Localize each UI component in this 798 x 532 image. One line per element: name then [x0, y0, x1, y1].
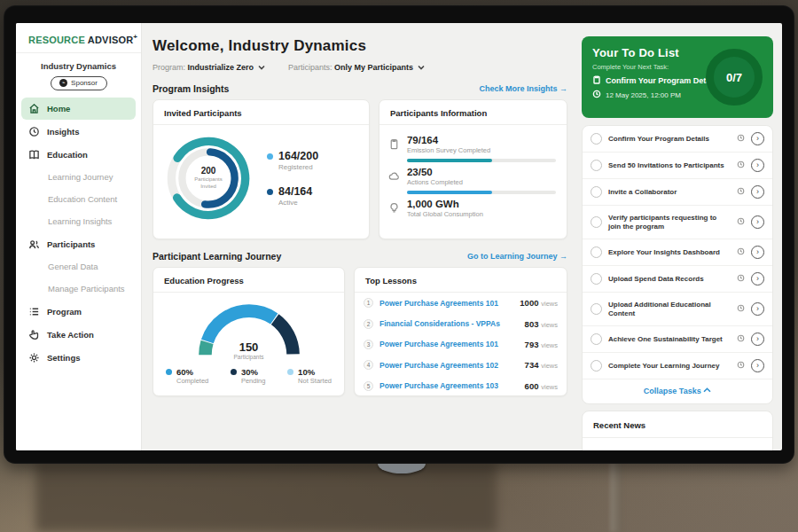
sidebar-item-label: Education Content — [48, 194, 117, 204]
chevron-right-icon[interactable]: › — [751, 302, 764, 316]
sidebar-item-settings[interactable]: Settings — [21, 347, 136, 369]
insights-icon — [28, 126, 40, 137]
sidebar-item-take-action[interactable]: Take Action — [21, 324, 136, 346]
settings-icon — [28, 352, 40, 364]
filter-bar: Program: Industrialize Zero Participants… — [153, 63, 567, 72]
sidebar: RESOURCE ADVISOR+ Industry Dynamics ⌁ Sp… — [16, 23, 142, 450]
education-legend: 60% Completed 30% Pending 10% Not Starte… — [153, 360, 344, 385]
sidebar-item-home[interactable]: Home — [21, 98, 136, 120]
top-lessons-card: Top Lessons 1 Power Purchase Agreements … — [354, 267, 567, 396]
lesson-rank: 3 — [364, 340, 373, 349]
legend-registered: 164/200 Registered — [267, 150, 318, 171]
lesson-rank: 1 — [364, 298, 373, 308]
sidebar-item-learning-journey[interactable]: Learning Journey — [21, 167, 136, 188]
todo-panel: Your To Do List Complete Your Next Task:… — [576, 23, 782, 450]
not-started-dot-icon — [287, 369, 293, 375]
task-checkbox[interactable] — [591, 246, 602, 258]
lesson-row[interactable]: 5 Power Purchase Agreements 103 600 view… — [355, 376, 567, 396]
chevron-right-icon[interactable]: › — [751, 159, 764, 172]
chevron-right-icon[interactable]: › — [751, 185, 764, 199]
lesson-rank: 5 — [364, 381, 373, 391]
lesson-row[interactable]: 1 Power Purchase Agreements 101 1000 vie… — [355, 293, 567, 313]
gauge-center-value: 150 — [192, 340, 306, 354]
task-row-explore-insights[interactable]: Explore Your Insights Dashboard › — [583, 239, 772, 266]
gauge-center-label: Participants — [192, 354, 306, 360]
task-checkbox[interactable] — [591, 333, 602, 345]
task-row-complete-learning-journey[interactable]: Complete Your Learning Journey › — [583, 353, 772, 379]
donut-center-label: Participants Invited — [188, 176, 229, 191]
legend-pending: 30% Pending — [231, 367, 266, 385]
task-row-confirm-program[interactable]: Confirm Your Program Details › — [583, 126, 772, 153]
take-action-icon — [28, 329, 40, 340]
sidebar-item-label: Learning Insights — [48, 216, 112, 226]
collapse-tasks-link[interactable]: Collapse Tasks — [583, 379, 772, 403]
participants-select[interactable]: Only My Participants — [334, 63, 425, 72]
actions-icon — [388, 170, 400, 182]
sidebar-item-education-content[interactable]: Education Content — [21, 189, 136, 210]
clock-icon — [737, 304, 745, 314]
participants-filter-label: Participants: — [288, 63, 332, 72]
lesson-link[interactable]: Power Purchase Agreements 102 — [379, 361, 519, 370]
sidebar-item-education[interactable]: Education — [21, 144, 136, 166]
card-title: Education Progress — [153, 268, 344, 293]
task-checkbox[interactable] — [591, 303, 602, 315]
lesson-link[interactable]: Financial Considerations - VPPAs — [379, 319, 519, 328]
sidebar-item-general-data[interactable]: General Data — [21, 256, 136, 278]
sidebar-item-participants[interactable]: Participants — [21, 233, 136, 255]
registered-dot-icon — [267, 153, 273, 160]
task-row-invite-collaborator[interactable]: Invite a Collaborator › — [583, 179, 772, 206]
section-title: Participant Learning Journey — [153, 251, 281, 262]
sponsor-badge: ⌁ Sponsor — [51, 76, 107, 90]
lesson-row[interactable]: 2 Financial Considerations - VPPAs 803 v… — [355, 313, 567, 333]
sidebar-nav: Home Insights Education Learning Journey… — [16, 98, 141, 369]
card-title: Top Lessons — [355, 268, 567, 293]
task-checkbox[interactable] — [591, 133, 602, 145]
sidebar-item-label: General Data — [48, 262, 98, 271]
task-row-upload-spend-data[interactable]: Upload Spend Data Records › — [583, 266, 772, 293]
task-row-send-invitations[interactable]: Send 50 Invitations to Participants › — [583, 153, 772, 179]
program-insights-header: Program Insights Check More Insights → — [153, 83, 567, 94]
sidebar-item-learning-insights[interactable]: Learning Insights — [21, 211, 136, 232]
logo-advisor: ADVISOR — [88, 35, 134, 45]
sidebar-item-insights[interactable]: Insights — [21, 121, 136, 143]
task-row-achieve-target[interactable]: Achieve One Sustainability Target › — [583, 326, 772, 353]
lesson-link[interactable]: Power Purchase Agreements 103 — [379, 381, 519, 390]
emission-survey-row: 79/164 Emission Survey Completed — [388, 135, 556, 162]
task-checkbox[interactable] — [591, 273, 602, 285]
sponsor-label: Sponsor — [71, 79, 98, 87]
todo-due-date: 12 May 2025, 12:00 PM — [606, 91, 681, 99]
donut-center-value: 200 — [201, 166, 216, 176]
task-row-verify-participants[interactable]: Verify participants requesting to join t… — [583, 206, 772, 239]
chevron-right-icon[interactable]: › — [751, 359, 764, 372]
app-logo: RESOURCE ADVISOR+ — [16, 23, 141, 53]
lesson-link[interactable]: Power Purchase Agreements 101 — [379, 299, 513, 308]
task-checkbox[interactable] — [591, 360, 602, 372]
clock-icon — [737, 274, 745, 284]
actions-completed-row: 23/50 Actions Completed — [388, 167, 556, 194]
monitor-bezel: RESOURCE ADVISOR+ Industry Dynamics ⌁ Sp… — [4, 5, 794, 464]
card-title: Invited Participants — [153, 100, 369, 125]
completed-dot-icon — [166, 369, 172, 375]
recent-news-card: Recent News — [582, 411, 773, 450]
task-row-upload-educational-content[interactable]: Upload Additional Educational Content › — [583, 293, 772, 326]
program-select[interactable]: Industrialize Zero — [188, 63, 266, 72]
task-checkbox[interactable] — [591, 186, 602, 198]
lesson-row[interactable]: 4 Power Purchase Agreements 102 734 view… — [355, 355, 567, 375]
check-more-insights-link[interactable]: Check More Insights → — [479, 84, 567, 93]
sidebar-item-program[interactable]: Program — [21, 301, 136, 323]
sidebar-item-manage-participants[interactable]: Manage Participants — [21, 278, 136, 300]
chevron-right-icon[interactable]: › — [751, 132, 764, 145]
lesson-row[interactable]: 3 Power Purchase Agreements 101 793 view… — [355, 334, 567, 355]
actions-progress-bar — [407, 191, 556, 194]
go-to-learning-journey-link[interactable]: Go to Learning Journey → — [467, 252, 567, 261]
chevron-right-icon[interactable]: › — [751, 272, 764, 286]
chevron-right-icon[interactable]: › — [751, 332, 764, 346]
participants-icon — [28, 239, 40, 250]
task-checkbox[interactable] — [591, 216, 602, 228]
task-checkbox[interactable] — [591, 160, 602, 171]
arrow-right-icon: → — [559, 252, 567, 261]
chevron-right-icon[interactable]: › — [751, 246, 764, 259]
lesson-link[interactable]: Power Purchase Agreements 101 — [379, 340, 519, 348]
todo-task-list: Confirm Your Program Details › Send 50 I… — [582, 125, 773, 404]
chevron-right-icon[interactable]: › — [751, 215, 764, 229]
